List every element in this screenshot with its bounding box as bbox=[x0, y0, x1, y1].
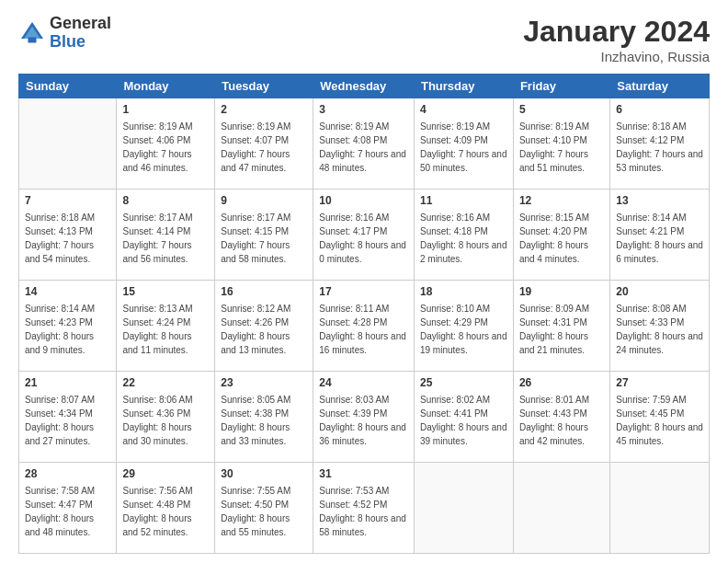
day-number: 13 bbox=[616, 193, 703, 209]
calendar-cell: 17Sunrise: 8:11 AMSunset: 4:28 PMDayligh… bbox=[313, 281, 415, 372]
day-number: 1 bbox=[122, 102, 209, 118]
day-info: Sunrise: 7:56 AMSunset: 4:48 PMDaylight:… bbox=[122, 484, 209, 539]
calendar-cell bbox=[513, 463, 609, 554]
day-number: 2 bbox=[221, 102, 307, 118]
calendar-cell: 8Sunrise: 8:17 AMSunset: 4:14 PMDaylight… bbox=[117, 190, 215, 281]
day-info: Sunrise: 8:19 AMSunset: 4:08 PMDaylight:… bbox=[319, 120, 408, 175]
calendar-cell: 28Sunrise: 7:58 AMSunset: 4:47 PMDayligh… bbox=[19, 463, 117, 554]
day-number: 20 bbox=[616, 284, 703, 300]
svg-rect-2 bbox=[28, 37, 37, 42]
day-info: Sunrise: 8:08 AMSunset: 4:33 PMDaylight:… bbox=[616, 302, 703, 357]
calendar-cell: 10Sunrise: 8:16 AMSunset: 4:17 PMDayligh… bbox=[313, 190, 415, 281]
calendar-cell: 26Sunrise: 8:01 AMSunset: 4:43 PMDayligh… bbox=[513, 372, 609, 463]
day-number: 16 bbox=[221, 284, 307, 300]
calendar-cell: 4Sunrise: 8:19 AMSunset: 4:09 PMDaylight… bbox=[414, 98, 513, 190]
day-info: Sunrise: 8:19 AMSunset: 4:06 PMDaylight:… bbox=[122, 120, 209, 175]
day-info: Sunrise: 8:15 AMSunset: 4:20 PMDaylight:… bbox=[519, 211, 604, 266]
day-number: 28 bbox=[25, 466, 110, 482]
header: General Blue January 2024 Inzhavino, Rus… bbox=[18, 15, 710, 64]
day-info: Sunrise: 8:16 AMSunset: 4:18 PMDaylight:… bbox=[420, 211, 507, 266]
day-info: Sunrise: 8:12 AMSunset: 4:26 PMDaylight:… bbox=[221, 302, 307, 357]
day-info: Sunrise: 8:17 AMSunset: 4:15 PMDaylight:… bbox=[221, 211, 307, 266]
day-number: 29 bbox=[122, 466, 209, 482]
page: General Blue January 2024 Inzhavino, Rus… bbox=[0, 0, 728, 563]
day-info: Sunrise: 7:55 AMSunset: 4:50 PMDaylight:… bbox=[221, 484, 307, 539]
day-number: 18 bbox=[420, 284, 507, 300]
day-number: 27 bbox=[616, 375, 703, 391]
day-number: 11 bbox=[420, 193, 507, 209]
calendar-table: Sunday Monday Tuesday Wednesday Thursday… bbox=[18, 74, 710, 554]
title-section: January 2024 Inzhavino, Russia bbox=[523, 15, 710, 64]
day-number: 8 bbox=[122, 193, 209, 209]
calendar-cell: 29Sunrise: 7:56 AMSunset: 4:48 PMDayligh… bbox=[117, 463, 215, 554]
week-row-3: 14Sunrise: 8:14 AMSunset: 4:23 PMDayligh… bbox=[19, 281, 710, 372]
calendar-cell bbox=[610, 463, 710, 554]
calendar-cell: 11Sunrise: 8:16 AMSunset: 4:18 PMDayligh… bbox=[414, 190, 513, 281]
week-row-1: 1Sunrise: 8:19 AMSunset: 4:06 PMDaylight… bbox=[19, 98, 710, 190]
day-info: Sunrise: 8:18 AMSunset: 4:13 PMDaylight:… bbox=[25, 211, 110, 266]
day-info: Sunrise: 8:01 AMSunset: 4:43 PMDaylight:… bbox=[519, 393, 604, 448]
day-info: Sunrise: 8:16 AMSunset: 4:17 PMDaylight:… bbox=[319, 211, 408, 266]
calendar-cell: 14Sunrise: 8:14 AMSunset: 4:23 PMDayligh… bbox=[19, 281, 117, 372]
logo: General Blue bbox=[18, 15, 111, 52]
calendar-cell: 3Sunrise: 8:19 AMSunset: 4:08 PMDaylight… bbox=[313, 98, 415, 190]
col-friday: Friday bbox=[513, 75, 609, 98]
week-row-4: 21Sunrise: 8:07 AMSunset: 4:34 PMDayligh… bbox=[19, 372, 710, 463]
day-info: Sunrise: 8:09 AMSunset: 4:31 PMDaylight:… bbox=[519, 302, 604, 357]
day-number: 15 bbox=[122, 284, 209, 300]
week-row-5: 28Sunrise: 7:58 AMSunset: 4:47 PMDayligh… bbox=[19, 463, 710, 554]
col-thursday: Thursday bbox=[414, 75, 513, 98]
week-row-2: 7Sunrise: 8:18 AMSunset: 4:13 PMDaylight… bbox=[19, 190, 710, 281]
day-info: Sunrise: 7:53 AMSunset: 4:52 PMDaylight:… bbox=[319, 484, 408, 539]
logo-icon bbox=[18, 19, 46, 47]
day-info: Sunrise: 8:14 AMSunset: 4:21 PMDaylight:… bbox=[616, 211, 703, 266]
day-number: 26 bbox=[519, 375, 604, 391]
day-info: Sunrise: 8:05 AMSunset: 4:38 PMDaylight:… bbox=[221, 393, 307, 448]
header-row: Sunday Monday Tuesday Wednesday Thursday… bbox=[19, 75, 710, 98]
day-number: 22 bbox=[122, 375, 209, 391]
logo-blue: Blue bbox=[50, 33, 111, 52]
day-number: 31 bbox=[319, 466, 408, 482]
calendar-cell: 2Sunrise: 8:19 AMSunset: 4:07 PMDaylight… bbox=[215, 98, 313, 190]
day-number: 21 bbox=[25, 375, 110, 391]
day-info: Sunrise: 8:18 AMSunset: 4:12 PMDaylight:… bbox=[616, 120, 703, 175]
calendar-cell: 18Sunrise: 8:10 AMSunset: 4:29 PMDayligh… bbox=[414, 281, 513, 372]
calendar-cell: 23Sunrise: 8:05 AMSunset: 4:38 PMDayligh… bbox=[215, 372, 313, 463]
day-info: Sunrise: 8:19 AMSunset: 4:07 PMDaylight:… bbox=[221, 120, 307, 175]
day-info: Sunrise: 8:14 AMSunset: 4:23 PMDaylight:… bbox=[25, 302, 110, 357]
col-sunday: Sunday bbox=[19, 75, 117, 98]
calendar-cell: 31Sunrise: 7:53 AMSunset: 4:52 PMDayligh… bbox=[313, 463, 415, 554]
day-info: Sunrise: 8:17 AMSunset: 4:14 PMDaylight:… bbox=[122, 211, 209, 266]
day-info: Sunrise: 8:02 AMSunset: 4:41 PMDaylight:… bbox=[420, 393, 507, 448]
calendar-cell: 22Sunrise: 8:06 AMSunset: 4:36 PMDayligh… bbox=[117, 372, 215, 463]
day-number: 7 bbox=[25, 193, 110, 209]
calendar-cell: 15Sunrise: 8:13 AMSunset: 4:24 PMDayligh… bbox=[117, 281, 215, 372]
day-number: 19 bbox=[519, 284, 604, 300]
day-number: 17 bbox=[319, 284, 408, 300]
day-number: 4 bbox=[420, 102, 507, 118]
day-info: Sunrise: 8:03 AMSunset: 4:39 PMDaylight:… bbox=[319, 393, 408, 448]
day-info: Sunrise: 8:06 AMSunset: 4:36 PMDaylight:… bbox=[122, 393, 209, 448]
day-number: 25 bbox=[420, 375, 507, 391]
calendar-cell: 1Sunrise: 8:19 AMSunset: 4:06 PMDaylight… bbox=[117, 98, 215, 190]
calendar-cell: 20Sunrise: 8:08 AMSunset: 4:33 PMDayligh… bbox=[610, 281, 710, 372]
calendar-cell: 5Sunrise: 8:19 AMSunset: 4:10 PMDaylight… bbox=[513, 98, 609, 190]
day-number: 9 bbox=[221, 193, 307, 209]
day-info: Sunrise: 8:13 AMSunset: 4:24 PMDaylight:… bbox=[122, 302, 209, 357]
day-info: Sunrise: 8:07 AMSunset: 4:34 PMDaylight:… bbox=[25, 393, 110, 448]
day-info: Sunrise: 7:59 AMSunset: 4:45 PMDaylight:… bbox=[616, 393, 703, 448]
day-number: 24 bbox=[319, 375, 408, 391]
day-info: Sunrise: 8:19 AMSunset: 4:10 PMDaylight:… bbox=[519, 120, 604, 175]
day-number: 6 bbox=[616, 102, 703, 118]
day-number: 10 bbox=[319, 193, 408, 209]
month-title: January 2024 bbox=[523, 15, 710, 49]
calendar-cell: 12Sunrise: 8:15 AMSunset: 4:20 PMDayligh… bbox=[513, 190, 609, 281]
calendar-cell: 19Sunrise: 8:09 AMSunset: 4:31 PMDayligh… bbox=[513, 281, 609, 372]
calendar-cell bbox=[414, 463, 513, 554]
day-number: 30 bbox=[221, 466, 307, 482]
calendar-cell: 16Sunrise: 8:12 AMSunset: 4:26 PMDayligh… bbox=[215, 281, 313, 372]
day-info: Sunrise: 8:10 AMSunset: 4:29 PMDaylight:… bbox=[420, 302, 507, 357]
col-monday: Monday bbox=[117, 75, 215, 98]
day-number: 14 bbox=[25, 284, 110, 300]
calendar-cell: 6Sunrise: 8:18 AMSunset: 4:12 PMDaylight… bbox=[610, 98, 710, 190]
